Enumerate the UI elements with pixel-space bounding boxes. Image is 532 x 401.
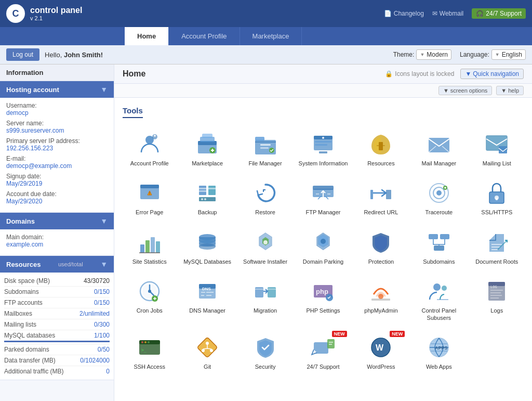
tool-mysql[interactable]: MySQL Databases (180, 225, 234, 269)
app-version: v 2.1 (30, 15, 82, 22)
webmail-link[interactable]: ✉ Webmail (432, 10, 463, 17)
svg-rect-71 (268, 287, 276, 297)
logo-area: C control panel v 2.1 (6, 4, 82, 23)
mail-icon: ✉ (432, 10, 437, 17)
tool-marketplace-label: Marketplace (192, 160, 223, 167)
tool-ftp-manager[interactable]: FTP Manager (296, 175, 350, 220)
tool-document-roots[interactable]: Document Roots (470, 225, 524, 269)
screen-options-button[interactable]: ▼ screen options (438, 86, 492, 95)
tool-backup[interactable]: Backup (180, 175, 234, 220)
help-button[interactable]: ▼ help (496, 86, 524, 95)
lang-label: Language: (460, 51, 489, 58)
res-data-transfer: Data transfer (MB) 0/1024000 (4, 355, 110, 366)
support-tool-icon (311, 335, 336, 360)
res-subdomains-val[interactable]: 0/150 (94, 288, 110, 295)
tools-grid: Account Profile Marketpl (123, 126, 524, 375)
quick-nav-button[interactable]: ▼ Quick navigation (460, 69, 524, 79)
res-parked-val[interactable]: 0/50 (98, 346, 110, 353)
username-label: Username: (6, 102, 108, 109)
mail-manager-icon (427, 132, 451, 157)
tool-domain-parking[interactable]: Domain Parking (296, 225, 350, 269)
tool-traceroute[interactable]: Traceroute (412, 175, 466, 220)
tool-file-manager[interactable]: File Manager (238, 126, 292, 171)
tab-account-profile[interactable]: Account Profile (169, 27, 240, 45)
tool-subdomains[interactable]: Subdomains (412, 225, 466, 269)
tool-dns-manager[interactable]: DNS DNS Manager (180, 274, 234, 326)
main-domain-value[interactable]: example.com (6, 241, 108, 248)
res-mailing-val[interactable]: 0/300 (94, 321, 110, 328)
tab-home[interactable]: Home (125, 27, 169, 45)
tool-system-info[interactable]: System Information (296, 126, 350, 171)
resources-section-header[interactable]: Resources used/total ▼ (0, 256, 114, 273)
res-mysql-val[interactable]: 1/100 (94, 332, 110, 339)
res-disk-val[interactable]: 43/30720 (84, 277, 110, 284)
svg-rect-70 (255, 287, 263, 297)
tool-file-manager-label: File Manager (248, 160, 282, 167)
tool-resources[interactable]: Resources (354, 126, 408, 171)
theme-selector: Theme: ▼ Modern (393, 49, 451, 60)
domains-section-header[interactable]: Domains ▼ (0, 213, 114, 229)
res-mysql-bar (4, 341, 110, 342)
ip-value[interactable]: 192.256.156.223 (6, 145, 108, 152)
svg-rect-49 (151, 237, 155, 253)
theme-dropdown[interactable]: ▼ Modern (416, 49, 451, 60)
res-mailboxes-val[interactable]: 2/unlimited (79, 310, 110, 317)
tool-software-installer[interactable]: Software Installer (238, 225, 292, 269)
tool-cron-jobs[interactable]: Cron Jobs (123, 274, 176, 326)
hosting-section-header[interactable]: Hosting account ▼ (0, 81, 114, 98)
email-value[interactable]: democp@example.com (6, 162, 108, 170)
mysql-icon (195, 230, 220, 255)
tool-ssl-label: SSL/HTTPS (481, 209, 512, 216)
tool-ssl[interactable]: SSL/HTTPS (470, 175, 524, 220)
tool-redirect-url[interactable]: Redirect URL (354, 175, 408, 220)
ssh-access-icon: >_ (137, 335, 162, 360)
tool-ssh-access[interactable]: >_ SSH Access (123, 330, 176, 374)
tool-site-statistics[interactable]: Site Statistics (123, 225, 176, 269)
document-icon: 📄 (384, 10, 392, 17)
tool-web-apps[interactable]: APPS Web Apps (412, 330, 466, 374)
svg-point-58 (263, 240, 268, 244)
due-value[interactable]: May/29/2020 (6, 198, 108, 205)
tool-support[interactable]: NEW 24/7 Support (296, 330, 350, 374)
tool-restore-label: Restore (255, 209, 275, 216)
tool-traceroute-label: Traceroute (425, 209, 453, 216)
tool-git[interactable]: Git (180, 330, 234, 374)
tool-subusers[interactable]: Control Panel Subusers (412, 274, 466, 326)
tool-wordpress[interactable]: NEW W WordPress (354, 330, 408, 374)
changelog-link[interactable]: 📄 Changelog (384, 10, 424, 17)
tool-protection[interactable]: Protection (354, 225, 408, 269)
username-value[interactable]: democp (6, 109, 108, 117)
support-link[interactable]: 🎧 24/7 Support (472, 8, 526, 19)
lang-dropdown[interactable]: ▼ English (491, 49, 526, 60)
tool-document-roots-label: Document Roots (475, 258, 518, 265)
tool-redirect-url-label: Redirect URL (364, 209, 398, 216)
tool-account-profile[interactable]: Account Profile (123, 126, 176, 171)
svg-rect-50 (156, 241, 160, 253)
tool-migration[interactable]: Migration (238, 274, 292, 326)
tool-wordpress-label: WordPress (367, 363, 395, 370)
svg-rect-10 (260, 147, 269, 149)
tool-phpmyadmin[interactable]: phpMyAdmin (354, 274, 408, 326)
restore-icon (253, 180, 278, 205)
res-additional-val[interactable]: 0 (106, 368, 110, 375)
tool-mail-manager[interactable]: Mail Manager (412, 126, 466, 171)
res-data-transfer-val[interactable]: 0/1024000 (80, 357, 110, 364)
tool-error-page[interactable]: Error Page (123, 175, 176, 220)
tool-php-settings[interactable]: php PHP Settings (296, 274, 350, 326)
logout-button[interactable]: Log out (6, 48, 39, 61)
tool-restore[interactable]: Restore (238, 175, 292, 220)
svg-point-33 (201, 198, 203, 200)
svg-rect-14 (315, 141, 331, 143)
tool-logs[interactable]: LOG Logs (470, 274, 524, 326)
tool-mailing-list[interactable]: Mailing List (470, 126, 524, 171)
res-ftp-val[interactable]: 0/150 (94, 299, 110, 306)
icons-locked-text: Icons layout is locked (395, 70, 454, 77)
server-value[interactable]: s999.sureserver.com (6, 127, 108, 134)
svg-point-90 (206, 342, 209, 345)
tab-marketplace[interactable]: Marketplace (240, 27, 302, 45)
tool-marketplace[interactable]: Marketplace (180, 126, 234, 171)
res-data-transfer-label: Data transfer (MB) (4, 357, 56, 364)
signup-value[interactable]: May/29/2019 (6, 180, 108, 187)
svg-point-57 (199, 243, 216, 250)
tool-security[interactable]: Security (238, 330, 292, 374)
